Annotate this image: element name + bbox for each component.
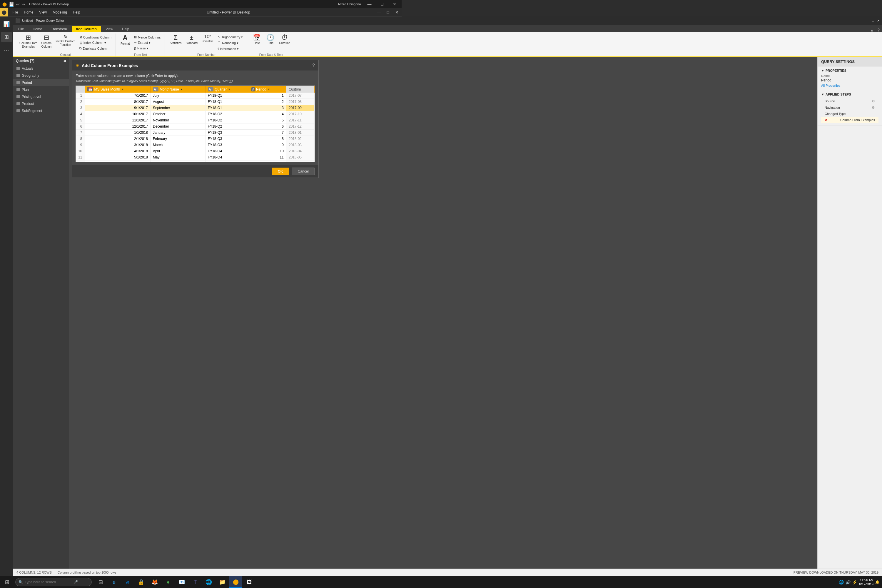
col-header-custom[interactable]: Custom bbox=[286, 86, 314, 93]
menu-home[interactable]: Home bbox=[21, 8, 36, 16]
table-row: 17/1/2017JulyFY18-Q112017-07 bbox=[76, 93, 315, 99]
cell-custom[interactable]: 2017-12 bbox=[286, 123, 314, 130]
query-item-plan[interactable]: Plan bbox=[13, 86, 69, 93]
cell-custom[interactable]: 2018-02 bbox=[286, 136, 314, 142]
query-item-product[interactable]: Product bbox=[13, 100, 69, 107]
cell-rownum: 10 bbox=[76, 148, 85, 154]
format-label: Format bbox=[120, 42, 130, 46]
tab-file[interactable]: File bbox=[14, 26, 28, 32]
cell-custom[interactable]: 2018-04 bbox=[286, 148, 314, 154]
dialog-title: Add Column From Examples bbox=[82, 63, 138, 68]
merge-columns-btn[interactable]: ⊞ Merge Columns bbox=[132, 35, 163, 40]
cell-custom[interactable]: 2017-09 bbox=[286, 105, 314, 111]
index-column-btn[interactable]: ▤ Index Column ▾ bbox=[78, 40, 113, 45]
quarter-filter[interactable]: ▾ bbox=[228, 88, 231, 91]
col-header-quarter[interactable]: A↑ Quarter ▾ bbox=[205, 86, 249, 93]
format-icon: A bbox=[123, 34, 128, 42]
cell-ms-sales-month: 6/1/2018 bbox=[85, 160, 150, 162]
col-header-period[interactable]: # Period ▾ bbox=[249, 86, 286, 93]
standard-btn[interactable]: ± Standard bbox=[184, 33, 200, 46]
pbi-maximize[interactable]: □ bbox=[384, 8, 392, 16]
undo-btn[interactable]: ↩ bbox=[16, 2, 20, 6]
time-btn[interactable]: 🕐 Time bbox=[264, 33, 277, 46]
col-header-ms-sales-month[interactable]: 📅 MS Sales Month ▾ bbox=[85, 86, 150, 93]
col-header-month-name[interactable]: A↑ MonthName ▾ bbox=[150, 86, 205, 93]
cancel-button[interactable]: Cancel bbox=[292, 168, 315, 175]
sidebar-data-icon[interactable]: ⊞ bbox=[1, 32, 12, 42]
ribbon-group-from-text: A Format ⊞ Merge Columns ⇨ Extract ▾ {} … bbox=[116, 33, 165, 57]
cell-custom[interactable]: 2017-10 bbox=[286, 111, 314, 117]
time-label: Time bbox=[267, 42, 274, 45]
scientific-btn[interactable]: 10² Scientific bbox=[200, 33, 215, 44]
tab-view[interactable]: View bbox=[101, 26, 117, 32]
query-item-period[interactable]: Period bbox=[13, 79, 69, 86]
format-btn[interactable]: A Format bbox=[119, 33, 132, 46]
query-item-pricinglevel[interactable]: PricingLevel bbox=[13, 93, 69, 100]
table-row: 126/1/2018JuneFY18-Q4122018-06 bbox=[76, 160, 315, 162]
ok-button[interactable]: OK bbox=[272, 168, 289, 175]
close-btn[interactable]: ✕ bbox=[390, 0, 399, 8]
dialog-help-icon[interactable]: ? bbox=[312, 63, 315, 68]
sidebar-report-icon[interactable]: 📊 bbox=[1, 19, 12, 29]
custom-column-btn[interactable]: ⊟ CustomColumn bbox=[40, 33, 53, 50]
cell-custom[interactable]: 2017-07 bbox=[286, 93, 314, 99]
ribbon-group-from-datetime: 📅 Date 🕐 Time ⏱ Duration From Date & Tim… bbox=[248, 33, 294, 57]
invoke-custom-function-btn[interactable]: fx Invoke CustomFunction bbox=[54, 33, 77, 48]
parse-btn[interactable]: {} Parse ▾ bbox=[132, 46, 163, 51]
conditional-column-btn[interactable]: ⊠ Conditional Column bbox=[78, 35, 113, 40]
pbi-close[interactable]: ✕ bbox=[392, 8, 402, 16]
trigonometry-btn[interactable]: ∿ Trigonometry ▾ bbox=[216, 35, 244, 40]
cell-ms-sales-month: 12/1/2017 bbox=[85, 123, 150, 130]
statistics-btn[interactable]: Σ Statistics bbox=[168, 33, 183, 46]
menu-modeling[interactable]: Modeling bbox=[50, 8, 70, 16]
sidebar-model-icon[interactable]: ⋯ bbox=[1, 45, 12, 55]
maximize-btn[interactable]: □ bbox=[378, 0, 386, 8]
queries-title: Queries [7] bbox=[16, 59, 34, 63]
date-btn[interactable]: 📅 Date bbox=[250, 33, 263, 46]
cell-custom[interactable]: 2018-03 bbox=[286, 142, 314, 148]
tab-help[interactable]: Help bbox=[118, 26, 134, 32]
cell-period: 11 bbox=[249, 154, 286, 160]
menu-help[interactable]: Help bbox=[70, 8, 83, 16]
duplicate-column-icon: ⧉ bbox=[80, 46, 82, 50]
main-menubar: ⬤ File Home View Modeling Help Untitled … bbox=[0, 8, 402, 16]
month-name-filter[interactable]: ▾ bbox=[180, 88, 183, 91]
from-datetime-buttons: 📅 Date 🕐 Time ⏱ Duration bbox=[250, 33, 292, 52]
cell-custom[interactable]: 2018-06 bbox=[286, 160, 314, 162]
quick-save[interactable]: 💾 bbox=[9, 2, 14, 7]
cell-custom[interactable]: 2017-08 bbox=[286, 99, 314, 105]
rounding-btn[interactable]: ⌒ Rounding ▾ bbox=[216, 40, 244, 46]
main-area: Queries [7] ◀ Actuals Geography Period P… bbox=[13, 57, 402, 226]
cell-custom[interactable]: 2017-11 bbox=[286, 117, 314, 123]
redo-btn[interactable]: ↪ bbox=[21, 2, 25, 6]
table-row: 612/1/2017DecemberFY18-Q262017-12 bbox=[76, 123, 315, 130]
queries-collapse[interactable]: ◀ bbox=[63, 59, 66, 63]
cell-month-name: September bbox=[150, 105, 205, 111]
duplicate-column-btn[interactable]: ⧉ Duplicate Column bbox=[78, 46, 113, 51]
information-btn[interactable]: ℹ Information ▾ bbox=[216, 46, 244, 51]
tab-home[interactable]: Home bbox=[28, 26, 46, 32]
query-item-subsegment[interactable]: SubSegment bbox=[13, 107, 69, 114]
date-label: Date bbox=[254, 42, 260, 45]
menu-file[interactable]: File bbox=[9, 8, 21, 16]
tab-transform[interactable]: Transform bbox=[47, 26, 71, 32]
menu-view[interactable]: View bbox=[36, 8, 50, 16]
query-label-geography: Geography bbox=[22, 74, 39, 78]
period-filter[interactable]: ▾ bbox=[267, 88, 270, 91]
query-item-geography[interactable]: Geography bbox=[13, 72, 69, 79]
ms-sales-month-filter[interactable]: ▾ bbox=[122, 88, 124, 91]
cell-custom[interactable]: 2018-05 bbox=[286, 154, 314, 160]
duration-btn[interactable]: ⏱ Duration bbox=[277, 33, 292, 46]
pbi-minimize[interactable]: — bbox=[374, 8, 384, 16]
from-number-group-title: From Number bbox=[168, 52, 244, 57]
tab-add-column[interactable]: Add Column bbox=[72, 26, 101, 32]
cell-quarter: FY18-Q2 bbox=[205, 123, 249, 130]
extract-btn[interactable]: ⇨ Extract ▾ bbox=[132, 40, 163, 45]
queries-panel: Queries [7] ◀ Actuals Geography Period P… bbox=[13, 57, 69, 226]
month-name-label: MonthName bbox=[160, 87, 179, 92]
query-item-actuals[interactable]: Actuals bbox=[13, 65, 69, 72]
cell-custom[interactable]: 2018-01 bbox=[286, 130, 314, 136]
minimize-btn[interactable]: — bbox=[364, 0, 375, 8]
parse-label: Parse ▾ bbox=[137, 46, 148, 50]
col-from-examples-btn[interactable]: ⊞ Column FromExamples bbox=[18, 33, 39, 50]
